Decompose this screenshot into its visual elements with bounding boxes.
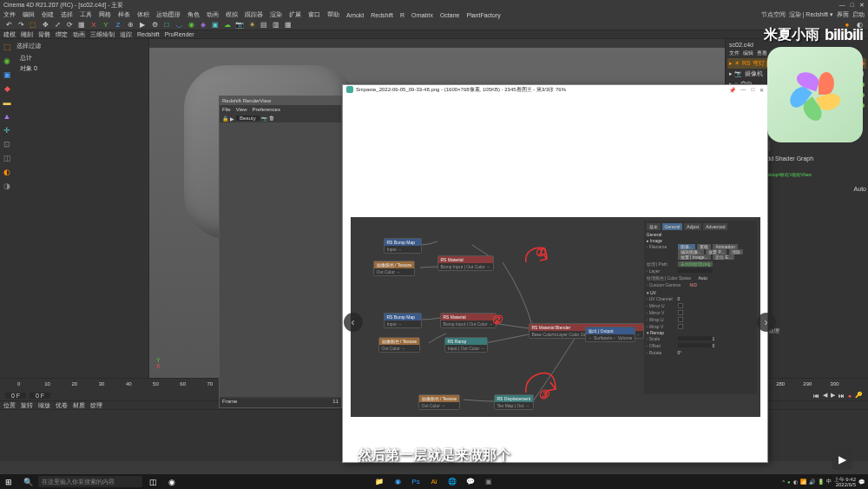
np-placeimg-btn[interactable]: 放置 | Image... (678, 254, 711, 260)
tab-rigging[interactable]: 骨骼 (38, 30, 50, 39)
autokey-icon[interactable]: 🔑 (855, 392, 863, 399)
start-button[interactable]: ⊞ (0, 474, 17, 489)
redo-icon[interactable]: ↷ (16, 20, 26, 30)
prev-image-button[interactable]: ‹ (344, 313, 363, 332)
tray-notifications-icon[interactable]: 💬 (858, 479, 865, 485)
menu-tracker[interactable]: 跟踪器 (245, 10, 263, 19)
menu-create[interactable]: 创建 (42, 10, 54, 19)
np-layer-input[interactable] (678, 268, 713, 273)
play-prev-icon[interactable]: ◀ (823, 392, 827, 399)
sn-max-icon[interactable]: □ (751, 87, 754, 93)
select-icon[interactable]: ⬚ (28, 20, 38, 30)
tab-redshift[interactable]: Redshift (137, 31, 160, 37)
app-c4d[interactable]: ◉ (389, 474, 406, 489)
rendersettings-icon[interactable]: ⚙ (149, 20, 160, 30)
rotate-icon[interactable]: ⟳ (64, 20, 75, 30)
point-icon[interactable]: ◆ (1, 83, 13, 95)
search-icon[interactable]: 🔍 (19, 474, 36, 489)
sn-titlebar[interactable]: Snipaste_2022-06-05_09-33-48.png - (1600… (343, 85, 767, 94)
lastused-icon[interactable]: ▦ (76, 20, 87, 30)
workplane-icon[interactable]: ◫ (1, 152, 13, 164)
np-mirrorv-check[interactable] (678, 310, 683, 315)
np-wrapv-check[interactable] (678, 324, 683, 329)
sn-min-icon[interactable]: — (740, 87, 746, 93)
tray-icon-1[interactable]: ● (787, 479, 791, 485)
tool-b-icon[interactable]: ◑ (1, 180, 13, 192)
nurbs-icon[interactable]: ◉ (186, 20, 196, 30)
coord-icon[interactable]: ⊕ (125, 20, 135, 30)
np-tab-adv[interactable]: Advanced (703, 223, 727, 230)
minimize-button[interactable]: — (839, 2, 845, 9)
tray-icon-2[interactable]: ◐ (793, 479, 798, 485)
menu-select[interactable]: 选择 (61, 10, 73, 19)
snap-icon[interactable]: ⊡ (1, 138, 13, 150)
menu-volume[interactable]: 体积 (137, 10, 149, 19)
om-view[interactable]: 查看 (757, 50, 767, 57)
widgets-icon[interactable]: ◉ (163, 474, 181, 489)
tool2-icon[interactable]: ▥ (271, 20, 281, 30)
bb-layers[interactable]: 优卷 (56, 401, 68, 410)
menu-character[interactable]: 角色 (187, 10, 200, 19)
tray-ime-icon[interactable]: 中 (826, 478, 832, 486)
np-rotate-val[interactable]: 0° (678, 350, 682, 355)
tool3-icon[interactable]: ▦ (283, 20, 293, 30)
menu-mograph[interactable]: 运动图形 (156, 10, 181, 19)
xaxis-icon[interactable]: X (89, 20, 99, 30)
taskview-icon[interactable]: ◫ (144, 474, 161, 489)
yaxis-icon[interactable]: Y (101, 20, 111, 30)
texture-icon[interactable]: ▣ (1, 69, 13, 81)
zaxis-icon[interactable]: Z (113, 20, 123, 30)
deformer-icon[interactable]: ▣ (210, 20, 220, 30)
menu-tools[interactable]: 工具 (80, 10, 92, 19)
app-browser[interactable]: 🌐 (444, 474, 461, 489)
system-clock[interactable]: 上午 9:42 2022/6/5 (834, 477, 856, 487)
menu-simulate[interactable]: 模拟 (226, 10, 238, 19)
app-wechat[interactable]: 💬 (462, 474, 479, 489)
light-icon[interactable]: ☀ (247, 20, 257, 30)
om-file[interactable]: 文件 (729, 50, 740, 57)
rv-prefs[interactable]: Preferences (253, 107, 280, 112)
np-tab-basic[interactable]: 基本 (647, 223, 661, 230)
menu-arnold[interactable]: Arnold (346, 12, 364, 18)
bb-scale[interactable]: 缩放 (38, 401, 50, 410)
tab-sculpt[interactable]: 雕刻 (21, 30, 33, 39)
np-mirroru-check[interactable] (678, 303, 683, 308)
menu-redshift[interactable]: Redshift (371, 12, 393, 18)
menu-file[interactable]: 文件 (3, 10, 16, 19)
snipaste-window[interactable]: Snipaste_2022-06-05_09-33-48.png - (1600… (342, 84, 768, 463)
np-locate-btn[interactable]: 定位 E... (713, 254, 734, 260)
np-scale-x[interactable] (678, 336, 713, 340)
camera-icon[interactable]: 📷 (234, 20, 245, 30)
menu-octane[interactable]: Octane (440, 12, 460, 18)
maximize-button[interactable]: □ (851, 2, 854, 9)
move-icon[interactable]: ✥ (40, 20, 50, 30)
play-icon[interactable]: ▶ (831, 392, 835, 399)
tab-binding[interactable]: 绑定 (56, 30, 68, 39)
rv-view[interactable]: View (236, 107, 247, 112)
app-ps[interactable]: Ps (407, 474, 424, 489)
scale-icon[interactable]: ⤢ (52, 20, 62, 30)
np-wrapu-check[interactable] (678, 317, 683, 322)
render-icon[interactable]: ▶ (137, 20, 148, 30)
start-frame[interactable]: 0 F (5, 393, 26, 399)
sn-image-viewer[interactable]: RS Bump Map Input → 圆像颜色 / Texture Out C… (343, 94, 767, 462)
rv-file[interactable]: File (222, 107, 231, 112)
np-tab-adjust[interactable]: Adjust (684, 223, 701, 230)
next-image-button[interactable]: › (757, 313, 776, 332)
tray-battery-icon[interactable]: 🔋 (818, 479, 824, 485)
sn-close-icon[interactable]: ✕ (760, 87, 764, 93)
play-next-icon[interactable]: ⏭ (838, 393, 845, 399)
bb-material[interactable]: 材质 (73, 401, 85, 410)
menu-ornatrix[interactable]: Ornatrix (411, 12, 433, 18)
tab-modeling[interactable]: 建模 (3, 30, 16, 39)
current-frame[interactable]: 0 F (30, 393, 50, 399)
bb-position[interactable]: 位置 (3, 401, 16, 410)
poly-icon[interactable]: ▲ (1, 110, 13, 122)
tab-paint[interactable]: 三维绘制 (90, 30, 115, 39)
tab-animate[interactable]: 动画 (73, 30, 85, 39)
sn-pin-icon[interactable]: 📌 (729, 87, 735, 93)
tray-up-icon[interactable]: ^ (782, 479, 785, 485)
app-misc[interactable]: ▣ (480, 474, 497, 489)
close-button[interactable]: ✕ (859, 2, 865, 9)
tool-a-icon[interactable]: ◐ (1, 166, 13, 178)
